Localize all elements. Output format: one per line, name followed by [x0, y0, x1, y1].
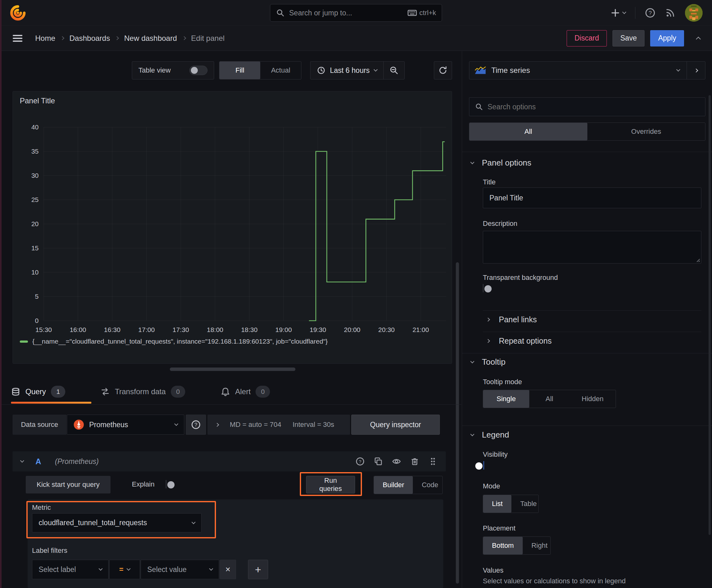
tooltip-mode-label: Tooltip mode	[483, 378, 522, 386]
disable-query-eye-icon[interactable]	[392, 457, 401, 466]
news-icon[interactable]	[665, 7, 675, 18]
global-search-input[interactable]	[289, 9, 403, 17]
datasource-picker[interactable]: Prometheus	[67, 415, 184, 435]
query-datasource-hint: (Prometheus)	[55, 457, 99, 466]
fill-option[interactable]: Fill	[219, 62, 260, 79]
remove-filter-button[interactable]: ×	[220, 560, 236, 579]
actual-option[interactable]: Actual	[260, 62, 301, 79]
chevron-down-icon	[209, 567, 213, 571]
options-tabs: All Overrides	[469, 123, 706, 141]
label-filter-row: Select label = Select value × +	[32, 560, 268, 579]
global-search[interactable]: ctrl+k	[270, 4, 442, 22]
query-options-summary[interactable]: MD = auto = 704 Interval = 30s	[208, 415, 350, 435]
interval-summary: Interval = 30s	[293, 421, 335, 429]
run-queries-button[interactable]: Run queries	[306, 476, 355, 493]
horizontal-scrollbar[interactable]	[170, 368, 296, 371]
legend-placement-right[interactable]: Right	[523, 537, 551, 554]
breadcrumb-item-new-dashboard[interactable]: New dashboard	[124, 34, 177, 43]
user-avatar[interactable]	[685, 4, 703, 22]
datasource-help-button[interactable]: ?	[186, 415, 206, 435]
grafana-logo-icon[interactable]	[9, 4, 26, 21]
tab-all[interactable]: All	[469, 123, 587, 141]
collapse-options-pane-button[interactable]	[697, 36, 700, 41]
timeseries-chart[interactable]: 051015202530354015:3016:0016:3017:0017:3…	[15, 107, 450, 333]
legend-mode-table[interactable]: Table	[511, 495, 539, 512]
metric-select[interactable]: cloudflared_tunnel_total_requests	[32, 513, 201, 532]
code-option[interactable]: Code	[413, 476, 443, 494]
tab-query[interactable]: Query 1	[11, 383, 65, 400]
add-filter-button[interactable]: +	[248, 560, 268, 579]
time-range-picker[interactable]: Last 6 hours	[310, 62, 383, 79]
query-inspector-button[interactable]: Query inspector	[351, 415, 440, 435]
panel-links-section[interactable]: Panel links	[487, 311, 537, 328]
select-label-placeholder: Select label	[39, 565, 76, 574]
explain-label: Explain	[132, 480, 154, 488]
refresh-icon	[438, 66, 448, 75]
tooltip-mode-all[interactable]: All	[529, 390, 570, 408]
legend-placement-bottom[interactable]: Bottom	[483, 537, 523, 554]
svg-text:16:00: 16:00	[70, 326, 86, 333]
table-view-toggle[interactable]	[189, 66, 208, 75]
breadcrumb-item-home[interactable]: Home	[35, 34, 55, 43]
builder-code-switch: Builder Code	[373, 476, 443, 494]
legend-visibility-toggle[interactable]	[483, 461, 484, 469]
breadcrumb-item-dashboards[interactable]: Dashboards	[69, 34, 110, 43]
description-field[interactable]	[483, 231, 701, 264]
chart-legend[interactable]: {__name__="cloudflared_tunnel_total_requ…	[20, 338, 328, 345]
tooltip-mode-single[interactable]: Single	[483, 390, 529, 408]
chevron-down-icon[interactable]	[20, 459, 24, 463]
kick-start-query-button[interactable]: Kick start your query	[26, 476, 110, 493]
operator-dropdown[interactable]: =	[109, 560, 140, 579]
tab-alert[interactable]: Alert 0	[221, 383, 270, 400]
legend-mode-switch: List Table	[483, 495, 539, 513]
title-field-label: Title	[483, 178, 496, 186]
transparent-bg-toggle[interactable]	[483, 284, 483, 292]
zoom-out-icon[interactable]	[384, 62, 404, 79]
vertical-scrollbar[interactable]	[456, 262, 459, 584]
query-row-header[interactable]: A (Prometheus) ?	[13, 451, 446, 471]
datasource-label: Data source	[13, 415, 67, 435]
menu-icon[interactable]	[12, 33, 23, 44]
title-field[interactable]	[483, 188, 701, 208]
tab-overrides[interactable]: Overrides	[587, 123, 706, 141]
legend-mode-list[interactable]: List	[483, 495, 511, 512]
legend-header[interactable]: Legend	[471, 430, 509, 440]
apply-button[interactable]: Apply	[650, 30, 684, 46]
panel-options-header[interactable]: Panel options	[471, 158, 532, 168]
search-options-input[interactable]	[488, 103, 699, 111]
chevron-down-icon	[470, 359, 474, 363]
explain-toggle[interactable]	[166, 480, 166, 488]
help-icon[interactable]: ?	[645, 7, 655, 18]
search-options-box[interactable]	[469, 97, 706, 116]
keyboard-icon	[408, 8, 417, 18]
chevron-down-icon	[174, 422, 178, 426]
transform-icon	[101, 387, 110, 396]
toggle-knob	[484, 285, 492, 292]
tooltip-header[interactable]: Tooltip	[471, 357, 505, 367]
svg-text:16:30: 16:30	[104, 326, 121, 333]
visualization-picker[interactable]: Time series	[469, 61, 706, 80]
refresh-button[interactable]	[434, 61, 452, 80]
save-button[interactable]: Save	[612, 30, 645, 46]
tab-transform-data[interactable]: Transform data 0	[101, 383, 185, 400]
tooltip-mode-hidden[interactable]: Hidden	[569, 390, 616, 408]
duplicate-query-icon[interactable]	[373, 457, 383, 466]
collapse-pane-button[interactable]	[687, 62, 705, 79]
resize-handle-icon[interactable]	[695, 257, 700, 262]
description-field-label: Description	[483, 219, 517, 228]
tab-transform-label: Transform data	[115, 387, 166, 396]
drag-handle-icon[interactable]	[428, 457, 438, 466]
discard-button[interactable]: Discard	[567, 30, 607, 46]
select-value-dropdown[interactable]: Select value	[141, 560, 219, 579]
select-label-dropdown[interactable]: Select label	[32, 560, 109, 579]
trash-icon[interactable]	[410, 457, 419, 466]
panel-links-heading: Panel links	[499, 315, 537, 324]
legend-values-label: Values	[483, 566, 503, 574]
builder-option[interactable]: Builder	[374, 476, 413, 494]
repeat-options-section[interactable]: Repeat options	[487, 332, 552, 350]
options-pane-scrollbar[interactable]	[709, 95, 711, 535]
query-help-icon[interactable]: ?	[355, 457, 365, 466]
add-menu-button[interactable]	[610, 8, 626, 18]
chart-panel[interactable]: Panel Title 051015202530354015:3016:0016…	[13, 91, 452, 364]
metric-value: cloudflared_tunnel_total_requests	[39, 519, 147, 527]
